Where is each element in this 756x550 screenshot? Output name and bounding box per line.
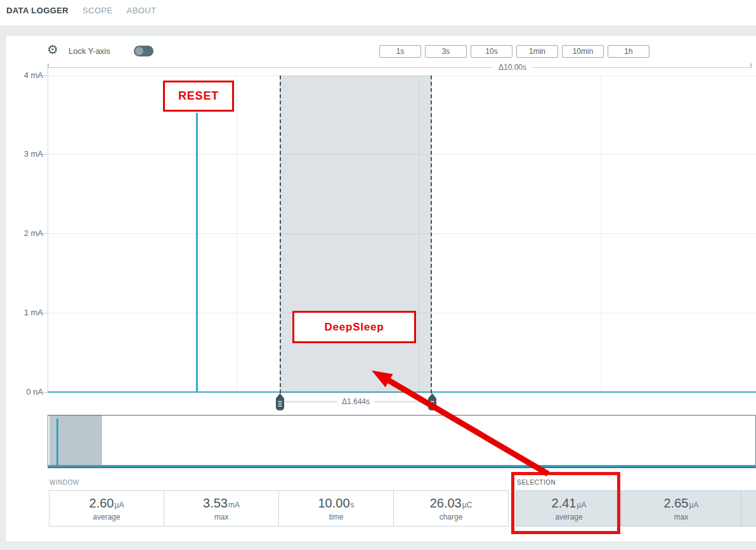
ruler-line — [48, 67, 752, 68]
y-tickmark — [43, 392, 48, 393]
tab-scope[interactable]: SCOPE — [82, 6, 113, 15]
minimap-trace-spike — [56, 419, 58, 467]
reset-annotation: RESET — [163, 81, 234, 112]
stat-unit: µA — [577, 501, 587, 509]
selection-stats-title: SELECTION — [517, 479, 556, 486]
y-tick-0na: 0 nA — [11, 387, 43, 396]
stat-caption: max — [622, 513, 741, 521]
tab-data-logger[interactable]: DATA LOGGER — [6, 6, 68, 15]
range-button-3s[interactable]: 3s — [425, 45, 467, 58]
stat-unit: µA — [115, 501, 124, 509]
range-button-10min[interactable]: 10min — [562, 45, 604, 58]
window-delta-label: Δ10.00s — [493, 63, 532, 72]
v-gridline — [237, 75, 237, 392]
stat-value: 3.53 — [203, 496, 228, 510]
tab-about[interactable]: ABOUT — [127, 6, 157, 15]
stat-selection-average: 2.41µA average — [516, 490, 622, 527]
stat-caption: average — [49, 513, 164, 521]
y-tick-3ma: 3 mA — [11, 149, 43, 159]
stat-window-time: 10.00s time — [278, 490, 394, 527]
stat-unit: µA — [689, 501, 699, 509]
minimap-trace-baseline — [48, 465, 755, 467]
v-gridline — [601, 75, 601, 392]
y-tickmark — [43, 313, 48, 313]
ruler-line — [375, 402, 427, 402]
selection-delta-label: Δ1.644s — [342, 397, 370, 406]
selection-delta-ruler: Δ1.644s — [285, 397, 427, 406]
y-tickmark — [43, 154, 48, 155]
stat-caption: average — [516, 513, 622, 521]
top-nav: DATA LOGGER SCOPE ABOUT — [6, 6, 156, 15]
y-tickmark — [43, 75, 48, 76]
lock-y-axis-toggle[interactable] — [134, 46, 153, 56]
range-button-10s[interactable]: 10s — [471, 45, 512, 58]
range-button-1h[interactable]: 1h — [608, 45, 649, 58]
selection-handle-left[interactable] — [275, 393, 285, 410]
stat-unit: s — [351, 501, 355, 509]
stat-window-charge: 26.03µC charge — [393, 490, 509, 527]
selection-handle-right[interactable] — [427, 393, 438, 410]
deepsleep-annotation: DeepSleep — [292, 311, 416, 343]
range-button-1s[interactable]: 1s — [379, 45, 421, 58]
stat-value: 26.03 — [430, 496, 462, 510]
stat-window-average: 2.60µA average — [49, 490, 164, 527]
power-profiler-app: DATA LOGGER SCOPE ABOUT ⚙ Lock Y-axis 1s… — [0, 0, 756, 550]
stat-caption: charge — [394, 513, 508, 521]
y-axis-line — [48, 67, 48, 392]
stat-caption: max — [164, 513, 278, 521]
stat-value: 2.65 — [664, 496, 689, 510]
lock-y-axis-label: Lock Y-axis — [68, 46, 110, 56]
stat-selection-max: 2.65µA max — [621, 490, 741, 527]
stat-value: 2.60 — [89, 496, 114, 510]
stat-value: 2.41 — [552, 496, 577, 510]
y-tick-4ma: 4 mA — [11, 70, 43, 80]
settings-gear-icon[interactable]: ⚙ — [47, 42, 58, 57]
stat-unit: µC — [462, 501, 472, 509]
stat-value: 10.00 — [318, 496, 349, 510]
stat-selection-partial — [741, 490, 756, 527]
selection-region[interactable] — [280, 75, 432, 393]
y-tickmark — [43, 233, 48, 234]
range-button-1min[interactable]: 1min — [516, 45, 558, 58]
ruler-tick-right — [750, 63, 752, 68]
ruler-line — [285, 402, 337, 402]
stat-window-max: 3.53mA max — [164, 490, 279, 527]
stat-caption: time — [279, 513, 393, 521]
minimap[interactable] — [48, 415, 756, 468]
toggle-knob — [135, 47, 143, 55]
y-tick-2ma: 2 mA — [11, 228, 43, 238]
current-trace-spike — [196, 113, 198, 392]
stat-unit: mA — [228, 501, 240, 509]
y-tick-1ma: 1 mA — [11, 308, 43, 317]
window-delta-ruler: Δ10.00s — [48, 63, 752, 72]
window-stats-title: WINDOW — [49, 479, 79, 486]
